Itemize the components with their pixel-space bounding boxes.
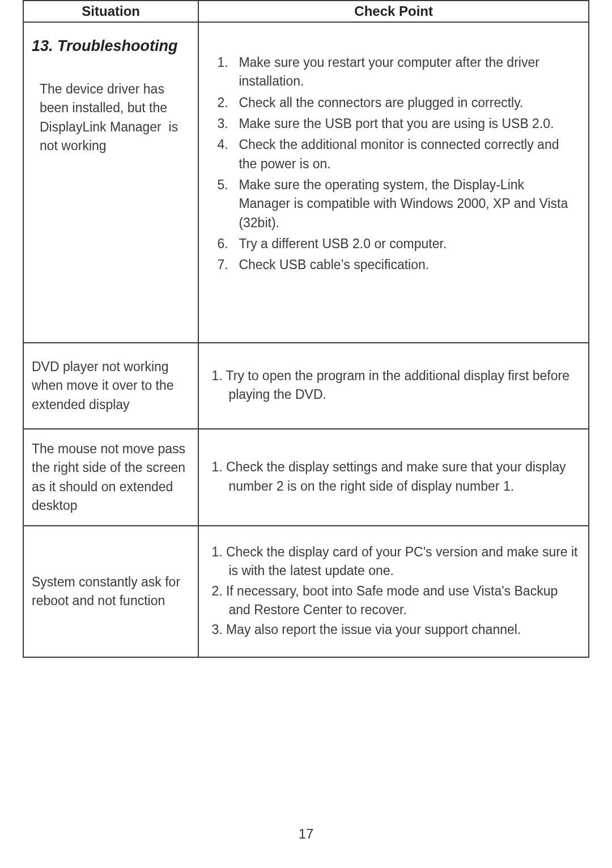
header-checkpoint: Check Point — [198, 1, 589, 22]
list-item: Check all the connectors are plugged in … — [217, 93, 573, 112]
table-row: DVD player not working when move it over… — [23, 343, 589, 429]
list-item: 2. If necessary, boot into Safe mode and… — [211, 582, 578, 620]
checkpoint-cell: 1. Try to open the program in the additi… — [199, 367, 588, 405]
list-item: Make sure you restart your computer afte… — [217, 53, 573, 91]
section-title: 13. Troubleshooting — [32, 35, 190, 57]
situation-cell: System constantly ask for reboot and not… — [24, 563, 198, 621]
table-row: 13. Troubleshooting The device driver ha… — [23, 22, 589, 343]
list-item: Check the additional monitor is connecte… — [217, 135, 573, 173]
checkpoint-cell: 1. Check the display settings and make s… — [199, 458, 588, 496]
situation-cell: DVD player not working when move it over… — [24, 347, 198, 424]
list-item: 3. May also report the issue via your su… — [211, 620, 578, 639]
situation-text: The device driver has been installed, bu… — [32, 80, 190, 155]
document-page: Situation Check Point 13. Troubleshootin… — [0, 0, 612, 658]
situation-cell: 13. Troubleshooting The device driver ha… — [24, 23, 198, 166]
list-item: Try a different USB 2.0 or computer. — [217, 235, 573, 253]
troubleshooting-table: Situation Check Point 13. Troubleshootin… — [23, 0, 589, 658]
header-situation: Situation — [23, 1, 198, 22]
table-row: System constantly ask for reboot and not… — [23, 526, 589, 657]
list-item: Check USB cable’s specification. — [217, 256, 573, 274]
table-row: The mouse not move pass the right side o… — [23, 429, 589, 526]
checkpoint-cell: 1. Check the display card of your PC's v… — [199, 543, 588, 640]
list-item: 1. Try to open the program in the additi… — [211, 367, 578, 405]
list-item: Make sure the operating system, the Disp… — [217, 176, 573, 232]
list-item: 1. Check the display card of your PC's v… — [211, 543, 578, 581]
page-number: 17 — [0, 826, 612, 842]
checkpoint-cell: Make sure you restart your computer afte… — [199, 43, 588, 287]
situation-cell: The mouse not move pass the right side o… — [24, 429, 198, 525]
list-item: 1. Check the display settings and make s… — [211, 458, 578, 496]
list-item: Make sure the USB port that you are usin… — [217, 114, 573, 133]
